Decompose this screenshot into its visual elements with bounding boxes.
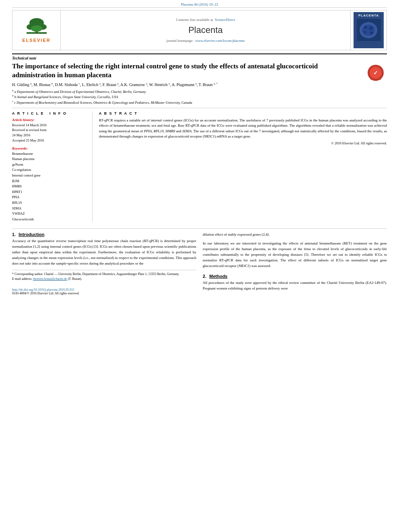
journal-citation: Placenta 44 (2016) 19–22 — [12, 0, 387, 8]
email-link[interactable]: thorsten.braun@charite.de — [33, 277, 67, 281]
svg-point-11 — [370, 31, 373, 35]
main-body: 1. Introduction Accuracy of the quantita… — [12, 228, 387, 295]
journal-header: ELSEVIER Contents lists available at Sci… — [12, 10, 387, 50]
keyword-hprt1: HPRT1 — [12, 189, 87, 195]
divider — [12, 108, 387, 108]
intro-paragraph-2: In our laboratory we are interested in i… — [203, 241, 387, 269]
intro-title: Introduction — [19, 232, 44, 237]
keyword-icg: Internal control gene — [12, 173, 87, 179]
affiliation-a: a a Departments of Obstetrics and Divisi… — [12, 89, 387, 94]
svg-text:CrossMark: CrossMark — [370, 78, 381, 80]
abstract-col: A B S T R A C T RT-qPCR requires a suita… — [99, 111, 387, 222]
journal-title: Placenta — [188, 25, 223, 35]
svg-point-8 — [364, 26, 367, 29]
keyword-glucocorticoids: Glucocorticoids — [12, 217, 87, 222]
methods-num: 2. — [203, 274, 206, 279]
methods-title: Methods — [209, 274, 227, 279]
keyword-hmbs: HMBS — [12, 184, 87, 189]
article-history-accepted: Accepted 25 May 2016 — [12, 138, 87, 143]
keyword-betamethasone: Betamethasone — [12, 151, 87, 157]
article-info-header: A R T I C L E I N F O — [12, 111, 87, 115]
placenta-cover-title: PLACENTA — [358, 14, 379, 17]
copyright-text: © 2016 Elsevier Ltd. All rights reserved… — [99, 141, 387, 145]
keyword-rpl19: RPL19 — [12, 200, 87, 206]
article-history-received: Received 14 March 2016 — [12, 123, 87, 128]
citation-text: Placenta 44 (2016) 19–22 — [181, 2, 218, 6]
email-label: E-mail address: — [12, 277, 32, 281]
footnote-email: E-mail address: thorsten.braun@charite.d… — [12, 277, 196, 281]
homepage-url[interactable]: www.elsevier.com/locate/placenta — [195, 39, 245, 43]
methods-text: All procedures of the study were approve… — [203, 280, 387, 292]
intro-paragraph-1: Accuracy of the quantitative reverse tra… — [12, 238, 196, 267]
elsevier-tree-icon — [25, 18, 49, 36]
intro-section-number: 1. Introduction — [12, 232, 196, 237]
sciencedirect-anchor[interactable]: ScienceDirect — [215, 18, 235, 22]
placenta-cover-image — [357, 19, 381, 41]
sciencedirect-prefix: Contents lists available at — [176, 18, 213, 22]
svg-point-9 — [369, 26, 373, 30]
keyword-ywhaz: YWHAZ — [12, 211, 87, 217]
svg-point-5 — [31, 25, 42, 32]
keywords-label: Keywords: — [12, 146, 87, 150]
keyword-genorm: geNorm — [12, 162, 87, 168]
journal-homepage: journal homepage: www.elsevier.com/locat… — [167, 39, 245, 43]
affiliations: a a Departments of Obstetrics and Divisi… — [12, 89, 387, 105]
svg-text:✓: ✓ — [373, 70, 378, 76]
footnote-area: * Corresponding author. Charité — Univer… — [12, 270, 196, 295]
elsevier-logo-area: ELSEVIER — [12, 10, 61, 50]
article-title-text: The importance of selecting the right in… — [12, 62, 318, 79]
keyword-coregulation: Co-regulation — [12, 167, 87, 173]
keyword-b2m: B2M — [12, 179, 87, 184]
crossmark-icon: ✓ CrossMark — [367, 64, 385, 82]
article-info-abstract: A R T I C L E I N F O Article history: R… — [12, 111, 387, 222]
placenta-cover: PLACENTA — [354, 12, 384, 48]
intro-num: 1. — [12, 232, 16, 237]
affiliation-b: b b Animal and Rangeland Sciences, Orego… — [12, 94, 387, 100]
journal-info-center: Contents lists available at ScienceDirec… — [61, 10, 350, 50]
abstract-header: A B S T R A C T — [99, 111, 387, 115]
authors-line: H. Gütling a, M. Bionaz b, D.M. Sloboda … — [12, 82, 387, 87]
crossmark-badge[interactable]: ✓ CrossMark — [365, 62, 387, 84]
affiliation-c-text: c Departments of Biochemistry and Biomed… — [14, 101, 192, 105]
affiliation-b-text: b Animal and Rangeland Sciences, Oregon … — [14, 95, 118, 99]
methods-section-number: 2. Methods — [203, 274, 387, 279]
footnote-blank — [12, 283, 196, 288]
affiliation-c: c c Departments of Biochemistry and Biom… — [12, 100, 387, 105]
article-history-label: Article history: — [12, 118, 87, 122]
article-body: Technical note The importance of selecti… — [12, 53, 387, 295]
sciencedirect-link: Contents lists available at ScienceDirec… — [176, 18, 235, 22]
footnote-corresponding: * Corresponding author. Charité — Univer… — [12, 272, 196, 277]
article-history-revised-label: Received in revised form — [12, 127, 87, 133]
body-left-col: 1. Introduction Accuracy of the quantita… — [12, 232, 196, 295]
abstract-text: RT-qPCR requires a suitable set of inter… — [99, 118, 387, 140]
issn-text: 0143-4004/© 2016 Elsevier Ltd. All right… — [12, 292, 196, 295]
elsevier-wordmark: ELSEVIER — [22, 38, 50, 43]
article-type-label: Technical note — [12, 53, 387, 60]
keyword-humanplacenta: Human placenta — [12, 156, 87, 162]
svg-point-7 — [362, 25, 375, 36]
article-title: The importance of selecting the right in… — [12, 62, 387, 80]
keyword-ppia: PPIA — [12, 195, 87, 200]
intro-continuation: dilution effect of stably expressed gene… — [203, 232, 387, 238]
placenta-journal-image: PLACENTA — [350, 10, 387, 50]
body-right-col: dilution effect of stably expressed gene… — [203, 232, 387, 295]
homepage-prefix: journal homepage: — [167, 39, 193, 43]
email-name: T. Braun — [69, 277, 80, 281]
article-info-col: A R T I C L E I N F O Article history: R… — [12, 111, 93, 222]
affiliation-a-text: a Departments of Obstetrics and Division… — [14, 89, 146, 93]
article-history-revised-date: 24 May 2016 — [12, 133, 87, 138]
svg-point-10 — [364, 31, 366, 33]
keyword-sdha: SDHA — [12, 206, 87, 212]
doi-link[interactable]: http://dx.doi.org/10.1016/j.placenta.201… — [12, 288, 196, 292]
